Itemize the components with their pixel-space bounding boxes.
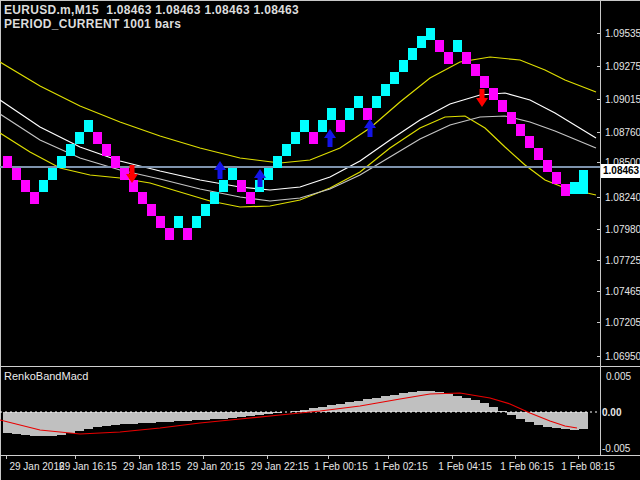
macd-histogram-silver	[30, 412, 39, 436]
down-arrow-marker	[476, 89, 488, 107]
renko-brick	[462, 52, 471, 64]
renko-brick	[471, 64, 480, 76]
renko-brick	[57, 156, 66, 168]
macd-axis-label: -0.005	[602, 443, 630, 454]
price-tick	[597, 356, 601, 357]
time-tick	[452, 456, 453, 459]
symbol-ohlc-label: EURUSD.m,M15 1.08463 1.08463 1.08463 1.0…	[4, 3, 299, 17]
macd-histogram-silver	[75, 412, 84, 431]
renko-brick	[300, 120, 309, 132]
macd-histogram-silver	[156, 412, 165, 422]
renko-brick	[102, 144, 111, 156]
macd-histogram-silver	[444, 394, 453, 412]
renko-brick	[390, 72, 399, 84]
main-chart-canvas[interactable]	[0, 0, 600, 366]
renko-brick	[273, 156, 282, 168]
macd-histogram-silver	[534, 412, 543, 425]
price-tick	[597, 260, 601, 261]
renko-brick	[93, 132, 102, 144]
macd-histogram-silver	[372, 398, 381, 412]
macd-histogram-silver	[120, 412, 129, 424]
time-tick	[328, 456, 329, 459]
time-tick	[6, 456, 7, 459]
price-axis-label: 1.07980	[605, 224, 640, 235]
renko-brick	[291, 132, 300, 144]
time-axis-label: 1 Feb 04:15	[438, 461, 491, 472]
renko-brick	[489, 88, 498, 100]
time-tick	[203, 456, 204, 459]
macd-histogram-silver	[21, 412, 30, 435]
renko-brick	[426, 28, 435, 40]
macd-histogram-silver	[111, 412, 120, 425]
price-axis-label: 1.08760	[605, 127, 640, 138]
macd-histogram-silver	[174, 412, 183, 421]
renko-brick	[228, 168, 237, 180]
pane-separator[interactable]	[0, 366, 640, 367]
renko-brick	[84, 120, 93, 132]
renko-brick	[480, 76, 489, 88]
macd-histogram-silver	[165, 412, 174, 422]
macd-histogram-silver	[210, 412, 219, 419]
macd-histogram-silver	[237, 412, 246, 417]
macd-histogram-silver	[480, 403, 489, 412]
price-axis-label: 1.07725	[605, 255, 640, 266]
renko-brick	[237, 180, 246, 192]
price-axis-label: 1.09275	[605, 61, 640, 72]
macd-histogram-silver	[228, 412, 237, 418]
renko-brick	[12, 168, 21, 180]
up-arrow-marker	[214, 161, 226, 179]
macd-histogram-silver	[246, 412, 255, 416]
macd-histogram-silver	[462, 398, 471, 412]
time-axis-label: 29 Jan 16:15	[59, 461, 117, 472]
renko-brick	[534, 148, 543, 160]
renko-brick	[147, 204, 156, 216]
time-tick	[267, 456, 268, 459]
macd-histogram-silver	[147, 412, 156, 423]
macd-histogram-silver	[84, 412, 93, 429]
renko-brick	[39, 180, 48, 192]
renko-brick	[372, 96, 381, 108]
price-tick	[597, 162, 601, 163]
price-tick	[597, 291, 601, 292]
renko-brick	[552, 172, 561, 184]
price-tick	[597, 322, 601, 323]
price-axis[interactable]: 1.095351.092751.090151.087601.085001.082…	[600, 0, 640, 455]
macd-histogram-silver	[453, 396, 462, 412]
macd-histogram-silver	[516, 412, 525, 419]
time-axis-label: 1 Feb 08:15	[561, 461, 614, 472]
macd-pane-canvas[interactable]	[0, 368, 600, 455]
renko-brick	[129, 180, 138, 192]
macd-histogram-silver	[93, 412, 102, 427]
renko-brick	[354, 96, 363, 108]
renko-brick	[111, 156, 120, 168]
time-axis-label: 1 Feb 00:15	[314, 461, 367, 472]
renko-brick	[201, 204, 210, 216]
time-axis-label: 29 Jan 20:15	[187, 461, 245, 472]
renko-brick	[498, 100, 507, 112]
time-axis[interactable]: 29 Jan 201629 Jan 16:1529 Jan 18:1529 Ja…	[0, 456, 640, 480]
time-axis-label: 1 Feb 02:15	[374, 461, 427, 472]
price-axis-label: 1.06950	[605, 351, 640, 362]
renko-brick	[444, 52, 453, 64]
renko-brick	[318, 120, 327, 132]
renko-brick	[156, 216, 165, 228]
macd-histogram-silver	[66, 412, 75, 433]
time-axis-label: 29 Jan 18:15	[123, 461, 181, 472]
macd-histogram-silver	[219, 412, 228, 419]
macd-histogram-silver	[48, 412, 57, 436]
renko-brick	[75, 132, 84, 144]
renko-brick	[138, 192, 147, 204]
renko-brick	[264, 168, 273, 180]
price-axis-label: 1.07205	[605, 317, 640, 328]
price-tick	[597, 66, 601, 67]
renko-brick	[165, 228, 174, 240]
price-axis-label: 1.09535	[605, 28, 640, 39]
macd-histogram-silver	[183, 412, 192, 421]
renko-brick	[174, 216, 183, 228]
macd-histogram-black	[282, 408, 291, 412]
renko-brick	[336, 120, 345, 132]
macd-histogram-silver	[138, 412, 147, 423]
indicator-comment-label: PERIOD_CURRENT 1001 bars	[4, 17, 181, 31]
renko-brick	[21, 180, 30, 192]
macd-histogram-silver	[399, 393, 408, 412]
